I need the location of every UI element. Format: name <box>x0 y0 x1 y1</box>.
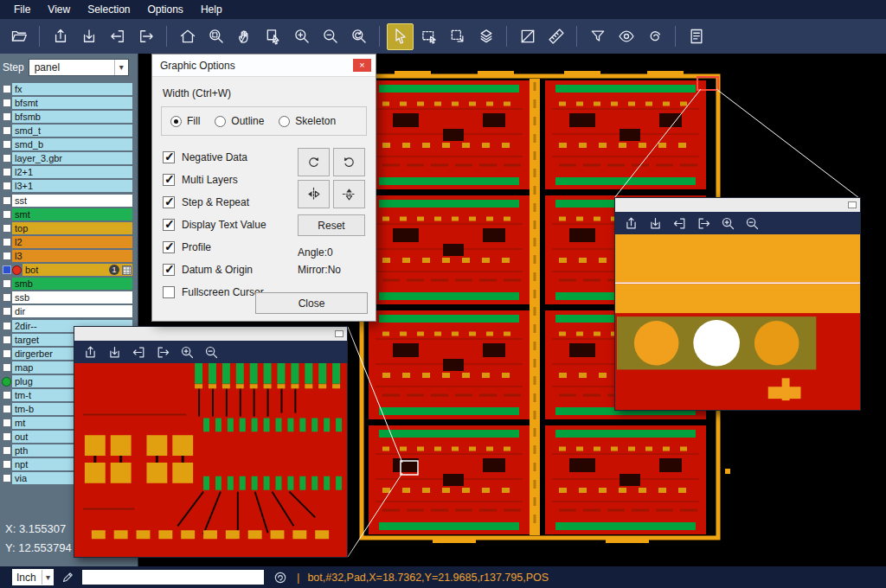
report-button[interactable] <box>683 23 709 50</box>
layer-name[interactable]: top <box>12 222 132 234</box>
rotate-ccw-button[interactable] <box>333 148 365 176</box>
layer-name[interactable]: smd_t <box>12 125 132 137</box>
layer-row[interactable]: bfsmb <box>1 111 132 123</box>
home-view-button[interactable] <box>174 23 201 50</box>
checkbox-negative-data[interactable]: Negative Data <box>163 146 294 169</box>
layer-row[interactable]: l2+1 <box>1 166 132 178</box>
layer-row[interactable]: ssb <box>1 291 132 304</box>
layer-name[interactable]: bfsmb <box>12 111 132 123</box>
import-button[interactable] <box>47 23 74 50</box>
layer-checkbox[interactable] <box>3 432 11 441</box>
line-tool-button[interactable] <box>514 23 541 50</box>
layer-compare-button[interactable] <box>472 23 499 50</box>
mag-zoom-out-button[interactable] <box>203 344 220 361</box>
menu-file[interactable]: File <box>5 2 39 17</box>
rect-select-button[interactable] <box>415 23 442 50</box>
layer-checkbox[interactable] <box>3 126 11 135</box>
mag-left-button[interactable] <box>671 215 688 232</box>
mag-zoom-out-button[interactable] <box>744 215 761 232</box>
layer-checkbox[interactable] <box>3 307 11 316</box>
unit-select[interactable]: Inch ▾ <box>12 569 54 585</box>
layer-row[interactable]: l2 <box>1 236 132 248</box>
layer-row[interactable]: bfsmt <box>1 97 132 109</box>
layer-name[interactable]: sst <box>12 195 132 207</box>
zoom-out-button[interactable] <box>317 23 343 50</box>
layer-row[interactable]: l3+1 <box>1 180 132 192</box>
checkbox-datum-origin[interactable]: Datum & Origin <box>163 259 294 281</box>
layer-name[interactable]: bot1 <box>22 264 132 276</box>
mag-left-button[interactable] <box>131 344 147 361</box>
radio-skeleton[interactable]: Skeleton <box>279 115 336 127</box>
layer-checkbox[interactable] <box>3 405 11 413</box>
layer-name[interactable]: dir <box>12 305 132 317</box>
layer-checkbox[interactable] <box>3 446 11 455</box>
layer-checkbox[interactable] <box>3 140 11 149</box>
layer-checkbox[interactable] <box>3 322 11 330</box>
layer-row[interactable]: dir <box>1 305 132 317</box>
highlight-button[interactable] <box>613 23 639 50</box>
command-input[interactable] <box>82 570 264 585</box>
layer-name[interactable]: smb <box>12 278 132 290</box>
step-select[interactable]: panel ▾ <box>29 59 129 76</box>
edit-icon[interactable] <box>61 571 74 584</box>
layer-checkbox[interactable] <box>3 279 11 288</box>
trace-loop-button[interactable] <box>641 23 668 50</box>
layer-checkbox[interactable] <box>3 363 11 372</box>
menu-options[interactable]: Options <box>139 2 192 17</box>
layer-name[interactable]: layer_3.gbr <box>12 152 132 164</box>
mag-export-button[interactable] <box>647 215 664 232</box>
layer-checkbox[interactable] <box>3 224 11 233</box>
layer-row[interactable]: smd_t <box>1 125 132 137</box>
reset-button[interactable]: Reset <box>298 214 365 236</box>
window-restore-icon[interactable] <box>335 330 343 337</box>
magnifier-titlebar[interactable] <box>74 327 347 341</box>
menu-selection[interactable]: Selection <box>79 2 138 17</box>
layer-row[interactable]: bot1 <box>1 264 132 276</box>
layer-row[interactable]: fx <box>1 83 132 95</box>
dialog-close-button[interactable]: Close <box>255 292 368 314</box>
refresh-circle-icon[interactable] <box>273 571 287 585</box>
checkbox-profile[interactable]: Profile <box>163 236 294 259</box>
select-tool-button[interactable] <box>387 23 414 50</box>
menu-help[interactable]: Help <box>192 2 231 17</box>
mag-import-button[interactable] <box>82 344 99 361</box>
zoom-window-button[interactable] <box>202 23 229 50</box>
snapshot-button[interactable] <box>260 23 286 50</box>
pan-button[interactable] <box>231 23 258 50</box>
layer-row[interactable]: smd_b <box>1 138 132 150</box>
layer-checkbox[interactable] <box>3 474 11 483</box>
layer-checkbox[interactable] <box>3 85 11 93</box>
layer-checkbox[interactable] <box>3 168 11 176</box>
mag-zoom-in-button[interactable] <box>720 215 736 232</box>
checkbox-display-text-value[interactable]: Display Text Value <box>163 214 294 236</box>
transform-select-button[interactable] <box>444 23 471 50</box>
export-button[interactable] <box>75 23 102 50</box>
rotate-cw-button[interactable] <box>298 148 330 176</box>
checkbox-step-repeat[interactable]: Step & Repeat <box>163 191 294 214</box>
layer-name[interactable]: l2 <box>12 236 132 248</box>
layer-checkbox[interactable] <box>3 154 11 163</box>
flip-vertical-button[interactable] <box>333 180 365 208</box>
layer-row[interactable]: layer_3.gbr <box>1 152 132 164</box>
move-right-button[interactable] <box>132 23 159 50</box>
layer-row[interactable]: top <box>1 222 132 234</box>
dialog-titlebar[interactable]: Graphic Options × <box>152 54 376 77</box>
layer-name[interactable]: smt <box>12 208 132 220</box>
layer-row[interactable]: sst <box>1 195 132 207</box>
menu-view[interactable]: View <box>39 2 79 17</box>
layer-checkbox[interactable] <box>3 238 11 246</box>
flip-horizontal-button[interactable] <box>298 180 330 208</box>
window-restore-icon[interactable] <box>848 201 857 208</box>
layer-row[interactable]: l3 <box>1 250 132 262</box>
layer-checkbox[interactable] <box>3 336 11 344</box>
measure-button[interactable] <box>543 23 569 50</box>
layer-row[interactable]: smt <box>1 208 132 220</box>
layer-name[interactable]: l3+1 <box>12 180 132 192</box>
layer-checkbox[interactable] <box>3 182 11 190</box>
open-file-button[interactable] <box>5 23 32 50</box>
move-left-button[interactable] <box>104 23 131 50</box>
mag-export-button[interactable] <box>106 344 123 361</box>
layer-checkbox[interactable] <box>3 252 11 260</box>
layer-name[interactable]: ssb <box>12 291 132 304</box>
radio-outline[interactable]: Outline <box>215 115 264 127</box>
